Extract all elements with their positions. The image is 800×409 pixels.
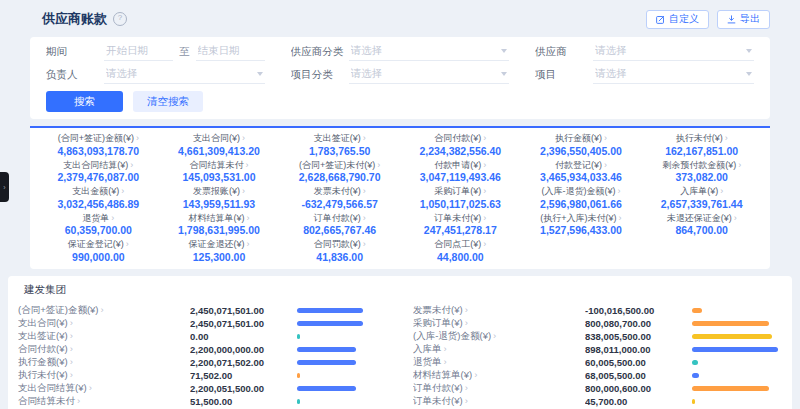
metric-bar	[297, 386, 387, 391]
metric-row[interactable]: 入库单›898,011,000.00	[413, 343, 782, 356]
metric-value: 2,200,051,500.00	[190, 383, 297, 394]
stat-value: 4,863,093,178.70	[40, 145, 157, 157]
stat-item[interactable]: 付款登记(¥)›3,465,934,033.46	[521, 159, 642, 185]
search-button[interactable]: 搜索	[46, 91, 123, 112]
drawer-handle[interactable]: ›	[0, 172, 9, 202]
clear-search-button[interactable]: 清空搜索	[133, 91, 203, 112]
stat-item[interactable]: 材料结算单(¥)›1,798,631,995.00	[159, 212, 280, 238]
help-icon[interactable]: ?	[113, 12, 127, 26]
metric-label: 支出合同(¥)›	[18, 317, 190, 330]
stat-item[interactable]: 支出合同(¥)›4,661,309,413.20	[159, 132, 280, 158]
metric-row[interactable]: 采购订单(¥)›800,080,700.00	[413, 317, 782, 330]
drill-arrow-icon: ›	[444, 343, 447, 354]
supplier-placeholder: 请选择	[595, 44, 627, 58]
start-date-input[interactable]: 开始日期	[104, 42, 173, 61]
stat-item[interactable]: 采购订单(¥)›1,050,117,025.63	[400, 185, 521, 211]
stat-item[interactable]: 订单付款(¥)›802,665,767.46	[279, 212, 400, 238]
stat-value: 125,300.00	[161, 251, 278, 263]
metric-row[interactable]: 退货单›60,005,500.00	[413, 356, 782, 369]
stat-item[interactable]: 合同点工(¥)›44,800.00	[400, 238, 521, 264]
metric-label: 执行金额(¥)›	[18, 356, 190, 369]
stat-item[interactable]: 剩余预付款金额(¥)›373,082.00	[641, 159, 762, 185]
stat-label: 保证金登记(¥)›	[40, 239, 157, 250]
stat-item[interactable]: 保证金登记(¥)›990,000.00	[38, 238, 159, 264]
drill-arrow-icon: ›	[465, 317, 468, 328]
filter-buttons: 搜索 清空搜索	[46, 91, 754, 112]
metric-label: (入库-退货)金额(¥)›	[413, 330, 585, 343]
edit-square-icon	[656, 15, 665, 24]
metric-bar	[692, 308, 782, 313]
project-select[interactable]: 请选择	[593, 65, 754, 84]
stat-item[interactable]: 入库单(¥)›2,657,339,761.44	[641, 185, 762, 211]
stat-value: 2,628,668,790.70	[281, 171, 398, 183]
stat-label: 支出签证(¥)›	[281, 133, 398, 144]
metric-value: 45,700.00	[585, 396, 692, 407]
export-button[interactable]: 导出	[717, 10, 770, 29]
project-category-select[interactable]: 请选择	[349, 65, 510, 84]
metric-row[interactable]: 支出签证(¥)›0.00	[18, 330, 387, 343]
customize-button-label: 自定义	[669, 12, 699, 26]
stat-item[interactable]: 订单未付(¥)›247,451,278.17	[400, 212, 521, 238]
stat-label: 付款申请(¥)›	[402, 160, 519, 171]
page-title: 供应商账款	[42, 10, 107, 28]
stat-item[interactable]: 支出合同结算(¥)›2,379,476,087.00	[38, 159, 159, 185]
stat-item[interactable]: (执行+入库)未付(¥)›1,527,596,433.00	[521, 212, 642, 238]
metric-bar	[297, 373, 387, 378]
customize-button[interactable]: 自定义	[646, 10, 709, 29]
metric-row[interactable]: 执行未付(¥)›71,502.00	[18, 369, 387, 382]
supplier-category-select[interactable]: 请选择	[349, 42, 510, 61]
metric-row[interactable]: (合同+签证)金额(¥)›2,450,071,501.00	[18, 304, 387, 317]
metric-row[interactable]: 合同结算未付›51,500.00	[18, 395, 387, 408]
drill-arrow-icon: ›	[70, 369, 73, 380]
person-in-charge-select[interactable]: 请选择	[104, 65, 265, 84]
stat-label: (执行+入库)未付(¥)›	[523, 213, 640, 224]
stat-item[interactable]: 付款申请(¥)›3,047,119,493.46	[400, 159, 521, 185]
metric-label: 退货单›	[413, 356, 585, 369]
stat-item[interactable]: (入库-退货)金额(¥)›2,596,980,061.66	[521, 185, 642, 211]
stat-item[interactable]: 执行未付(¥)›162,167,851.00	[641, 132, 762, 158]
metric-value: 800,080,700.00	[585, 318, 692, 329]
supplier-select[interactable]: 请选择	[593, 42, 754, 61]
stat-label: 入库单(¥)›	[643, 186, 760, 197]
stat-item[interactable]: 合同付款(¥)›2,234,382,556.40	[400, 132, 521, 158]
drill-arrow-icon: ›	[604, 160, 607, 170]
stat-value: 3,047,119,493.46	[402, 171, 519, 183]
stat-item[interactable]: 未退还保证金(¥)›864,700.00	[641, 212, 762, 238]
stat-item[interactable]: 支出金额(¥)›3,032,456,486.89	[38, 185, 159, 211]
metric-bar	[692, 321, 782, 326]
stat-item[interactable]: (合同+签证)未付(¥)›2,628,668,790.70	[279, 159, 400, 185]
stat-item[interactable]: 保证金退还(¥)›125,300.00	[159, 238, 280, 264]
stat-item[interactable]: 退货单›60,359,700.00	[38, 212, 159, 238]
metric-row[interactable]: 支出合同(¥)›2,450,071,501.00	[18, 317, 387, 330]
stat-item[interactable]: 执行金额(¥)›2,396,550,405.00	[521, 132, 642, 158]
filter-grid: 期间 开始日期 至 结束日期 供应商分类 请选择 供应商 请选择	[46, 42, 754, 84]
date-range: 开始日期 至 结束日期	[104, 42, 265, 61]
stat-item[interactable]: 支出签证(¥)›1,783,765.50	[279, 132, 400, 158]
metric-row[interactable]: 订单未付(¥)›45,700.00	[413, 395, 782, 408]
metric-row[interactable]: 订单付款(¥)›800,000,600.00	[413, 382, 782, 395]
drill-arrow-icon: ›	[483, 160, 486, 170]
metric-bar	[692, 386, 782, 391]
drill-arrow-icon: ›	[734, 213, 737, 223]
metric-row[interactable]: 支出合同结算(¥)›2,200,051,500.00	[18, 382, 387, 395]
stat-item[interactable]: 发票未付(¥)›-632,479,566.57	[279, 185, 400, 211]
drill-arrow-icon: ›	[474, 369, 477, 380]
drill-arrow-icon: ›	[363, 186, 366, 196]
stat-item[interactable]: 合同结算未付›145,093,531.00	[159, 159, 280, 185]
stat-label: 退货单›	[40, 213, 157, 224]
stat-item[interactable]: (合同+签证)金额(¥)›4,863,093,178.70	[38, 132, 159, 158]
metric-row[interactable]: 执行金额(¥)›2,200,071,502.00	[18, 356, 387, 369]
metric-row[interactable]: 合同付款(¥)›2,200,000,000.00	[18, 343, 387, 356]
stat-item[interactable]: 合同罚款(¥)›41,836.00	[279, 238, 400, 264]
stats-panel: (合同+签证)金额(¥)›4,863,093,178.70支出合同(¥)›4,6…	[30, 126, 770, 269]
metric-row[interactable]: (入库-退货)金额(¥)›838,005,500.00	[413, 330, 782, 343]
metric-row[interactable]: 材料结算单(¥)›68,005,500.00	[413, 369, 782, 382]
filter-project-category: 项目分类 请选择	[291, 65, 510, 84]
stat-item[interactable]: 发票报账(¥)›143,959,511.93	[159, 185, 280, 211]
end-date-input[interactable]: 结束日期	[196, 42, 265, 61]
metric-row[interactable]: 发票未付(¥)›-100,016,500.00	[413, 304, 782, 317]
drill-arrow-icon: ›	[111, 213, 114, 223]
person-in-charge-placeholder: 请选择	[106, 67, 138, 81]
stat-label: 付款登记(¥)›	[523, 160, 640, 171]
stat-value: 44,800.00	[402, 251, 519, 263]
